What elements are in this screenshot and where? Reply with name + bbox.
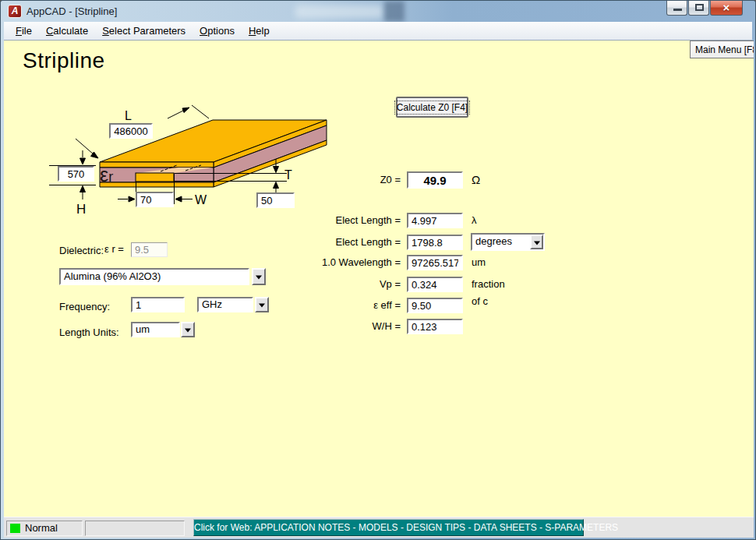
close-icon: ×: [711, 1, 742, 14]
caption-buttons: ×: [666, 1, 743, 16]
dielectric-material-dropdown-icon[interactable]: [252, 268, 266, 285]
svg-text:L: L: [125, 109, 132, 122]
menu-file[interactable]: File: [9, 23, 39, 39]
status-green-indicator-icon: [10, 524, 20, 533]
page-title: Stripline: [23, 48, 105, 73]
svg-text:W: W: [195, 193, 207, 206]
wh-label: W/H =: [261, 318, 401, 335]
web-links-banner[interactable]: Click for Web: APPLICATION NOTES - MODEL…: [193, 519, 584, 536]
maximize-button[interactable]: [688, 1, 709, 16]
frequency-unit-value: GHz: [199, 298, 252, 311]
wavelength-unit: um: [472, 254, 486, 271]
vp-value[interactable]: [407, 277, 463, 292]
close-button[interactable]: ×: [710, 1, 743, 16]
status-panel: Normal: [6, 521, 83, 536]
svg-text:H: H: [76, 202, 86, 217]
length-units-value: um: [132, 323, 178, 336]
length-units-dropdown-icon[interactable]: [181, 322, 195, 337]
wavelength-label: 1.0 Wavelength =: [261, 254, 401, 271]
elect-length-label: Elect Length =: [261, 212, 401, 229]
lambda-symbol: λ: [472, 212, 477, 229]
vp-label: Vp =: [261, 276, 401, 293]
z0-label: Z0 =: [261, 171, 401, 189]
menu-options[interactable]: Options: [193, 23, 242, 39]
length-units-combobox[interactable]: um: [131, 322, 180, 337]
ohm-symbol: Ω: [472, 171, 480, 189]
frequency-input[interactable]: [131, 297, 185, 312]
menu-select-parameters[interactable]: Select Parameters: [95, 23, 193, 39]
angle-unit-combobox[interactable]: degrees: [471, 233, 545, 251]
menubar: File Calculate Select Parameters Options…: [4, 22, 752, 41]
menu-calculate[interactable]: Calculate: [39, 23, 95, 39]
frequency-unit-combobox[interactable]: GHz: [197, 297, 253, 312]
length-units-label: Length Units:: [59, 326, 119, 338]
background-window-artifact: [295, 5, 383, 18]
eeff-value[interactable]: [407, 298, 463, 313]
elect-length-degrees-value[interactable]: [407, 235, 463, 250]
frequency-label: Frequency:: [59, 301, 110, 312]
wh-value[interactable]: [407, 319, 463, 334]
statusbar: Normal Click for Web: APPLICATION NOTES …: [4, 517, 754, 538]
frequency-unit-dropdown-icon[interactable]: [255, 297, 269, 312]
minimize-icon: [673, 9, 682, 11]
dielectric-material-value: Alumina (96% Al2O3): [61, 270, 248, 284]
er-label: ε r =: [104, 243, 124, 255]
titlebar[interactable]: A AppCAD - [Stripline] ×: [1, 1, 755, 22]
er-value-field: [131, 242, 168, 257]
z0-value[interactable]: [407, 171, 463, 189]
eeff-label: ε eff =: [261, 297, 401, 314]
main-menu-button[interactable]: Main Menu [F8: [690, 41, 754, 58]
status-panel-empty: [85, 521, 185, 536]
strip-conductor: [136, 173, 174, 182]
status-text: Normal: [25, 522, 58, 534]
elect-length-lambda-value[interactable]: [407, 213, 463, 228]
dielectric-material-combobox[interactable]: Alumina (96% Al2O3): [59, 268, 249, 285]
appcad-logo-icon: A: [8, 5, 22, 18]
elect-length-deg-label: Elect Length =: [261, 234, 401, 251]
dimension-H: H: [49, 150, 96, 217]
angle-unit-value: degrees: [472, 235, 530, 249]
app-window: A AppCAD - [Stripline] × File Calculate …: [0, 0, 756, 540]
wavelength-value[interactable]: [407, 255, 463, 270]
maximize-icon: [695, 4, 704, 11]
length-L-input[interactable]: [109, 123, 153, 139]
angle-unit-dropdown-icon[interactable]: [530, 235, 543, 249]
window-title: AppCAD - [Stripline]: [26, 5, 117, 17]
background-window-artifact-dark: [384, 1, 404, 22]
calculate-z0-label: Calculate Z0 [F4]: [394, 101, 470, 115]
minimize-button[interactable]: [666, 1, 687, 16]
form-area: Stripline Main Menu [F8: [4, 41, 754, 517]
thickness-T-input[interactable]: [256, 192, 295, 208]
dielectric-label: Dielectric:: [59, 245, 104, 256]
height-H-input[interactable]: [58, 166, 94, 182]
menu-help[interactable]: Help: [242, 23, 277, 39]
calculate-z0-button[interactable]: Calculate Z0 [F4]: [396, 97, 468, 118]
vp-unit: fraction of c: [472, 276, 505, 310]
width-W-input[interactable]: [136, 192, 174, 207]
